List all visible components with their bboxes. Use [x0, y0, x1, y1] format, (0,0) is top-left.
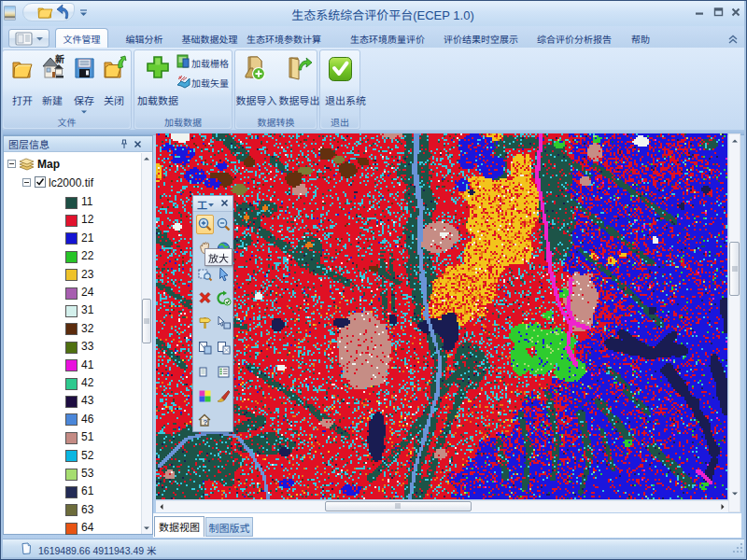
svg-text:?: ?	[204, 418, 208, 427]
svg-text:新: 新	[55, 54, 64, 65]
